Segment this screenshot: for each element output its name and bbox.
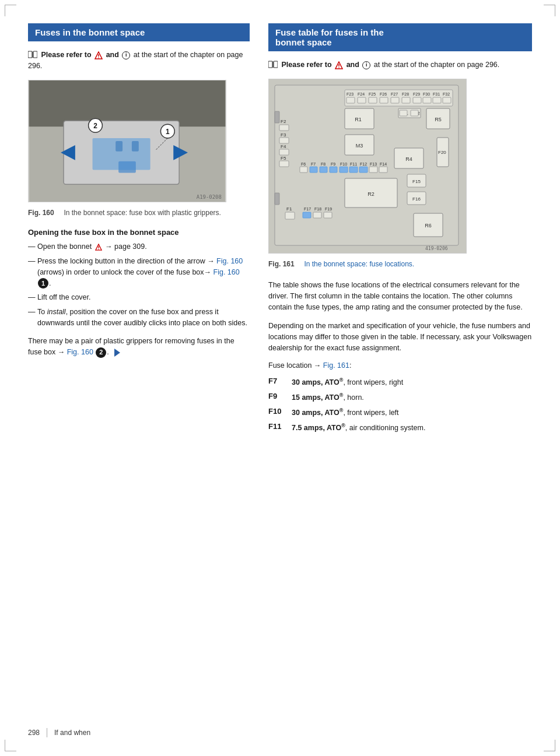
svg-rect-51	[433, 97, 441, 103]
svg-rect-107	[324, 212, 332, 218]
svg-text:1: 1	[166, 128, 170, 136]
fuse-row-f7: F7 30 amps, ATO®, front wipers, right	[268, 375, 532, 391]
svg-rect-1	[33, 51, 37, 58]
svg-rect-18	[118, 161, 136, 173]
svg-text:F27: F27	[391, 92, 398, 96]
svg-rect-24	[268, 61, 272, 68]
page-footer: 298 If and when	[28, 728, 532, 737]
svg-text:F29: F29	[413, 92, 420, 96]
svg-text:F24: F24	[358, 92, 365, 96]
svg-text:F25: F25	[369, 92, 376, 96]
svg-rect-79	[330, 167, 337, 173]
list-item: Open the bonnet → page 309.	[28, 241, 250, 252]
badge-2: 2	[96, 347, 106, 358]
fuse-row-f9: F9 15 amps, ATO®, horn.	[268, 391, 532, 406]
fuse-row-f10: F10 30 amps, ATO®, front wipers, left	[268, 406, 532, 421]
fuse-row-f11: F11 7.5 amps, ATO®, air conditioning sys…	[268, 421, 532, 436]
svg-rect-83	[349, 167, 358, 173]
svg-rect-52	[443, 97, 451, 103]
two-col-layout: Fuses in the bonnet space Please refer t…	[0, 0, 560, 459]
fig-161-link[interactable]: Fig. 161	[323, 361, 349, 370]
svg-rect-81	[340, 167, 348, 173]
svg-text:F20: F20	[438, 150, 446, 155]
right-note-line: Please refer to and i at the start of th…	[268, 59, 532, 71]
svg-text:R5: R5	[435, 117, 442, 122]
corner-mark-tl	[5, 5, 16, 16]
svg-point-29	[338, 67, 340, 68]
instruction-list: Open the bonnet → page 309. Press the lo…	[28, 241, 250, 328]
fig-160-caption: Fig. 160 In the bonnet space: fuse box w…	[28, 208, 250, 218]
svg-rect-77	[320, 167, 327, 173]
svg-point-23	[98, 249, 99, 249]
svg-text:F2: F2	[281, 119, 286, 124]
fuse-location-label: Fuse location → Fig. 161:	[268, 361, 532, 370]
left-note-line: Please refer to and i at the start of th…	[28, 50, 250, 72]
svg-text:419-0206: 419-0206	[425, 246, 448, 251]
svg-rect-105	[313, 212, 321, 218]
svg-text:F4: F4	[281, 144, 286, 149]
svg-text:F30: F30	[423, 92, 430, 96]
svg-text:M3: M3	[356, 143, 363, 149]
svg-rect-101	[285, 212, 295, 219]
svg-text:F9: F9	[331, 162, 335, 166]
warning-triangle-icon-small	[95, 244, 102, 251]
svg-text:F6: F6	[301, 162, 306, 166]
svg-rect-73	[300, 167, 307, 173]
svg-rect-7	[29, 80, 226, 126]
fig-160-image: 1 2 A19-0208	[28, 80, 226, 202]
left-section-header: Fuses in the bonnet space	[28, 23, 250, 41]
svg-text:F1: F1	[286, 206, 292, 212]
fuse-entries: F7 30 amps, ATO®, front wipers, right F9…	[268, 375, 532, 436]
svg-rect-19	[116, 141, 123, 152]
svg-text:R4: R4	[405, 156, 412, 162]
page-number: 298	[28, 729, 40, 737]
opening-subheading: Opening the fuse box in the bonnet space	[28, 228, 250, 237]
svg-text:F32: F32	[443, 92, 450, 96]
fuse-box-svg: 1 2 A19-0208	[29, 80, 226, 202]
svg-text:F3: F3	[281, 132, 286, 138]
footer-divider	[47, 728, 47, 737]
svg-text:F17: F17	[304, 207, 311, 211]
svg-text:F26: F26	[380, 92, 387, 96]
svg-text:F14: F14	[380, 162, 387, 166]
svg-rect-110	[275, 111, 279, 123]
right-section-header: Fuse table for fuses in the bonnet space	[268, 23, 532, 51]
svg-rect-67	[279, 149, 289, 155]
info-circle-icon-r: i	[362, 61, 370, 69]
info-circle-icon: i	[122, 51, 130, 59]
svg-rect-85	[359, 167, 368, 173]
book-icon	[28, 51, 37, 58]
svg-text:F7: F7	[311, 162, 316, 166]
svg-rect-45	[369, 97, 377, 103]
svg-rect-63	[279, 125, 289, 131]
svg-text:F31: F31	[433, 92, 440, 96]
svg-text:R1: R1	[355, 117, 362, 122]
footer-section: If and when	[54, 729, 90, 737]
svg-rect-49	[413, 97, 421, 103]
svg-text:2: 2	[93, 122, 97, 130]
fuse-diagram-svg: F23 F24 F25 F26 F27 F28 F29 F30 F31 F32	[269, 79, 467, 254]
svg-rect-58	[400, 110, 407, 116]
svg-text:F11: F11	[350, 162, 357, 166]
corner-mark-bl	[5, 740, 16, 751]
svg-rect-87	[369, 167, 377, 173]
svg-text:F10: F10	[340, 162, 347, 166]
body-para-1: The table shows the fuse locations of th…	[268, 280, 532, 314]
svg-text:F12: F12	[360, 162, 367, 166]
svg-rect-59	[411, 110, 418, 116]
svg-point-5	[98, 57, 99, 58]
fig-161-image: F23 F24 F25 F26 F27 F28 F29 F30 F31 F32	[268, 79, 467, 254]
page-container: Fuses in the bonnet space Please refer t…	[0, 0, 560, 756]
left-column: Fuses in the bonnet space Please refer t…	[28, 23, 250, 365]
fig-link-160-2[interactable]: Fig. 160	[67, 348, 93, 356]
svg-rect-89	[379, 167, 387, 173]
list-item: Lift off the cover.	[28, 292, 250, 303]
section-end-marker	[114, 349, 120, 357]
svg-rect-75	[310, 167, 317, 173]
badge-1: 1	[38, 278, 48, 289]
svg-text:F23: F23	[346, 92, 354, 96]
svg-rect-50	[423, 97, 431, 103]
svg-rect-103	[303, 212, 311, 218]
svg-rect-48	[402, 97, 410, 103]
svg-rect-43	[346, 97, 355, 103]
